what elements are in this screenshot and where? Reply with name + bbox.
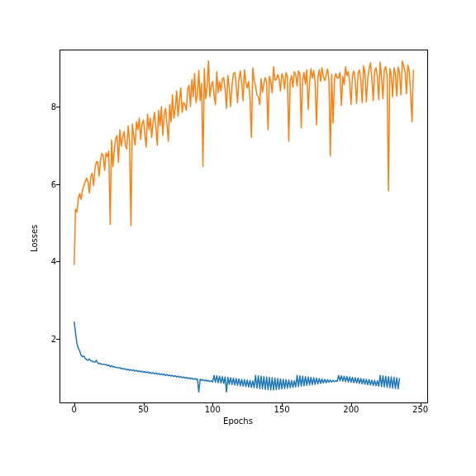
x-tick-mark — [282, 402, 283, 406]
x-tick-mark — [351, 402, 352, 406]
x-tick-mark — [74, 402, 75, 406]
y-tick-label: 4 — [45, 257, 56, 266]
x-tick-label: 250 — [412, 405, 428, 414]
y-tick-mark — [56, 184, 60, 185]
plot-svg — [60, 50, 427, 402]
series-line-b — [74, 61, 414, 265]
x-tick-mark — [421, 402, 421, 406]
y-tick-mark — [56, 261, 60, 262]
plot-area — [60, 50, 428, 403]
series-line-a — [74, 321, 400, 392]
y-tick-label: 2 — [45, 334, 56, 343]
x-tick-label: 200 — [343, 405, 359, 414]
y-tick-label: 6 — [45, 179, 56, 188]
x-tick-mark — [212, 402, 213, 406]
y-tick-mark — [56, 107, 60, 107]
x-axis-label: Epochs — [0, 416, 476, 426]
x-tick-label: 100 — [205, 405, 221, 414]
x-tick-label: 50 — [138, 405, 149, 414]
y-tick-label: 8 — [45, 102, 56, 111]
chart-figure: 050100150200250 2468 Epochs Losses — [0, 0, 476, 476]
x-tick-label: 150 — [274, 405, 290, 414]
x-tick-label: 0 — [72, 405, 77, 414]
y-tick-mark — [56, 339, 60, 340]
x-tick-mark — [144, 402, 145, 406]
y-axis-label: Losses — [30, 0, 39, 476]
